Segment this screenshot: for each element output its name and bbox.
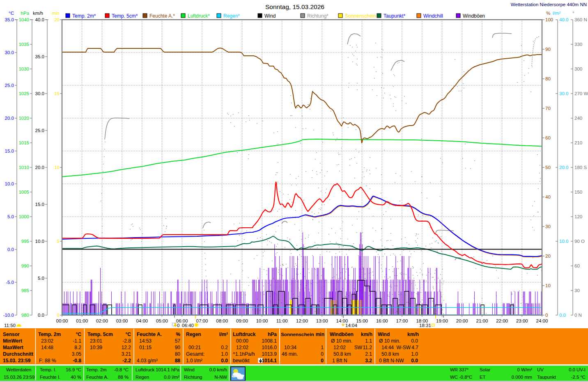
svg-text:WR 337°: WR 337° — [450, 367, 469, 372]
svg-text:15:00: 15:00 — [356, 318, 368, 323]
svg-text:30: 30 — [574, 288, 580, 293]
svg-text:20.0: 20.0 — [35, 165, 44, 170]
svg-text:985: 985 — [21, 288, 29, 293]
svg-text:Luftdruck: Luftdruck — [233, 332, 256, 337]
svg-text:50.8 km: 50.8 km — [333, 351, 351, 357]
svg-text:-0.8: -0.8 — [73, 358, 81, 364]
svg-text:Luftdruck: Luftdruck — [136, 367, 155, 372]
svg-text:Wind: Wind — [264, 13, 276, 19]
svg-text:22:00: 22:00 — [496, 318, 508, 323]
svg-text:Temp. 5cm*: Temp. 5cm* — [112, 13, 138, 19]
svg-text:15.03.26 23:59: 15.03.26 23:59 — [4, 375, 34, 380]
svg-text:13:00: 13:00 — [316, 318, 328, 323]
svg-text:0: 0 — [321, 351, 324, 357]
svg-text:01:00: 01:00 — [76, 318, 88, 323]
svg-text:1025: 1025 — [18, 91, 29, 96]
svg-text:MaxWert: MaxWert — [3, 345, 23, 350]
svg-text:Regen: Regen — [186, 332, 201, 337]
svg-text:46 min.: 46 min. — [282, 351, 298, 357]
svg-text:1014.1: 1014.1 — [262, 358, 277, 364]
svg-text:4.7: 4.7 — [411, 345, 418, 350]
svg-text:3.2: 3.2 — [365, 358, 372, 364]
svg-text:Luftdruck*: Luftdruck* — [188, 13, 210, 19]
svg-text:1.0 l/m²: 1.0 l/m² — [186, 358, 202, 364]
svg-text:70: 70 — [545, 106, 551, 111]
svg-text:1014.1 hPa: 1014.1 hPa — [156, 367, 180, 372]
svg-text:0.0: 0.0 — [221, 358, 228, 364]
svg-text:Ø 10 min.: Ø 10 min. — [379, 338, 400, 344]
svg-text:17:00: 17:00 — [396, 318, 408, 323]
svg-text:3.05: 3.05 — [72, 351, 82, 357]
svg-text:-10.0: -10.0 — [3, 313, 14, 318]
svg-text:09:00: 09:00 — [236, 318, 248, 323]
svg-text:Richtung*: Richtung* — [307, 13, 328, 19]
svg-text:0.0: 0.0 — [559, 313, 566, 318]
svg-text:980: 980 — [21, 313, 29, 318]
svg-text:8.2: 8.2 — [74, 345, 81, 350]
svg-text:5.0: 5.0 — [7, 214, 14, 219]
svg-text:MinWert: MinWert — [3, 338, 22, 344]
svg-text:1005: 1005 — [18, 190, 29, 194]
svg-text:Taupunkt*: Taupunkt* — [384, 13, 406, 19]
svg-text:30.0: 30.0 — [5, 50, 14, 55]
svg-text:11.2: 11.2 — [363, 345, 372, 350]
svg-text:N-NW: N-NW — [214, 375, 227, 380]
svg-text:10: 10 — [54, 165, 60, 170]
svg-text:°C: °C — [76, 332, 82, 337]
svg-text:1008.1: 1008.1 — [262, 338, 277, 344]
svg-text:Solar: Solar — [480, 367, 491, 372]
svg-text:Wetterstation Niedersorpe 440m: Wetterstation Niedersorpe 440m NN — [511, 2, 587, 7]
svg-text:F: 88 %: F: 88 % — [39, 358, 56, 364]
svg-text:SW: SW — [354, 345, 363, 350]
svg-text:-2.8: -2.8 — [122, 338, 131, 344]
svg-text:Wetterdaten: Wetterdaten — [6, 367, 31, 372]
svg-text:210: 210 — [574, 140, 582, 145]
svg-text:0.2: 0.2 — [221, 345, 228, 350]
svg-text:90: 90 — [545, 47, 551, 52]
svg-text:88: 88 — [175, 358, 181, 364]
svg-text:12:02: 12:02 — [333, 345, 346, 350]
svg-text:11:50: 11:50 — [4, 323, 16, 328]
svg-text:-2.2: -2.2 — [122, 358, 131, 364]
svg-text:km/h: km/h — [361, 332, 372, 337]
svg-text:15.0: 15.0 — [5, 149, 14, 153]
svg-text:Regen*: Regen* — [223, 13, 240, 19]
svg-text:°C: °C — [9, 11, 14, 16]
svg-text:60: 60 — [545, 135, 551, 140]
svg-text:Feuchte A.*: Feuchte A.* — [149, 13, 175, 19]
svg-text:0.0: 0.0 — [411, 338, 418, 344]
svg-text:0.000 mm: 0.000 mm — [512, 375, 532, 380]
svg-text:Feuchte I.: Feuchte I. — [40, 375, 60, 380]
svg-text:21:00: 21:00 — [476, 318, 488, 323]
svg-text:360 N: 360 N — [574, 17, 587, 22]
svg-text:01:15: 01:15 — [139, 345, 152, 350]
svg-text:0.0: 0.0 — [7, 247, 14, 252]
svg-text:40: 40 — [545, 194, 551, 199]
svg-text:4.03 g/m³: 4.03 g/m³ — [137, 358, 158, 364]
svg-text:Windböen: Windböen — [330, 332, 354, 337]
svg-text:-2.5 °C: -2.5 °C — [571, 375, 586, 380]
svg-text:330: 330 — [574, 42, 582, 47]
svg-text:12.2: 12.2 — [122, 345, 131, 350]
svg-text:Regen: Regen — [136, 375, 149, 380]
svg-text:1030: 1030 — [18, 66, 29, 71]
svg-text:300: 300 — [574, 66, 582, 71]
svg-text:20:00: 20:00 — [456, 318, 468, 323]
svg-text:40.0: 40.0 — [559, 17, 568, 22]
svg-text:^1.1hPa/h: ^1.1hPa/h — [233, 351, 255, 357]
svg-text:30.0: 30.0 — [559, 91, 568, 96]
svg-text:10:00: 10:00 — [256, 318, 268, 323]
svg-text:hPa: hPa — [268, 332, 277, 337]
svg-text:24:00: 24:00 — [536, 318, 548, 323]
svg-text:0: 0 — [321, 358, 324, 364]
svg-text:Gesamt:: Gesamt: — [186, 351, 204, 357]
svg-text:23:01: 23:01 — [90, 338, 102, 344]
svg-text:50.8 km: 50.8 km — [381, 351, 399, 357]
svg-text:990: 990 — [21, 263, 29, 268]
svg-text:0.0 km/h: 0.0 km/h — [209, 367, 227, 372]
svg-text:5: 5 — [57, 239, 60, 244]
svg-text:10.0: 10.0 — [559, 239, 568, 244]
svg-text:1.0: 1.0 — [411, 351, 418, 357]
svg-text:1013.9: 1013.9 — [262, 351, 277, 357]
svg-text:23:02: 23:02 — [41, 338, 53, 344]
